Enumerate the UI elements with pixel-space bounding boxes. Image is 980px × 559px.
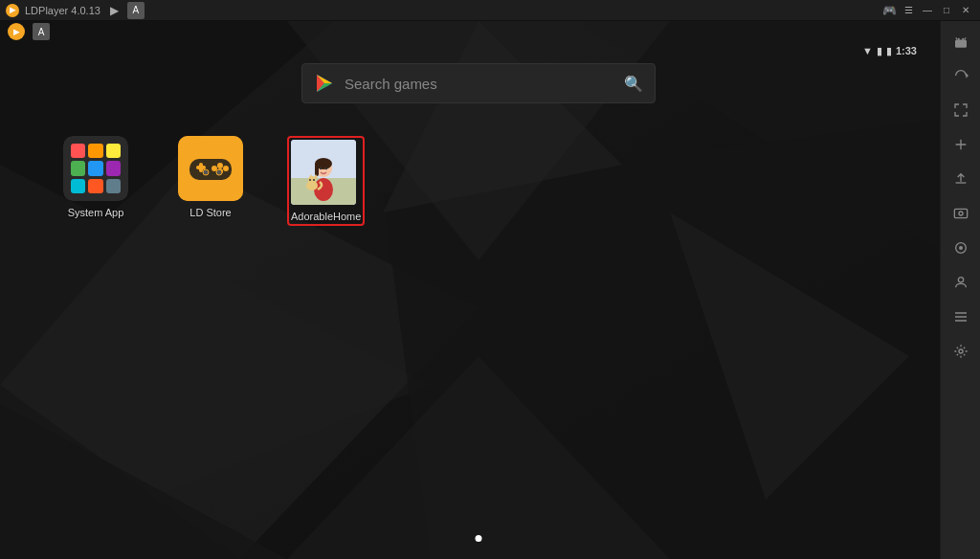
minimize-button[interactable]: — <box>919 2 936 19</box>
svg-point-28 <box>314 178 333 201</box>
titlebar-logo-icon: ▶ <box>6 4 19 17</box>
upload-button[interactable] <box>945 163 977 195</box>
svg-point-47 <box>959 246 963 250</box>
statusbar: ▼ ▮ ▮ 1:33 <box>862 42 917 59</box>
svg-rect-31 <box>315 163 319 176</box>
battery-icon: ▮ <box>886 45 892 57</box>
svg-point-33 <box>325 168 327 169</box>
files-button[interactable] <box>945 301 977 333</box>
svg-rect-44 <box>954 209 967 217</box>
search-container: Search games 🔍 <box>301 63 656 103</box>
page-dot-active <box>476 535 482 542</box>
svg-point-19 <box>217 163 223 168</box>
system-app-label: System App <box>68 207 124 218</box>
wifi-icon: ▼ <box>862 45 873 56</box>
svg-point-24 <box>216 169 222 175</box>
emulator-area: ▶ A ▼ ▮ ▮ 1:33 Search games 🔍 <box>0 21 957 559</box>
android-button[interactable] <box>945 25 977 57</box>
svg-rect-18 <box>199 163 203 172</box>
maximize-button[interactable]: □ <box>938 2 955 19</box>
adorable-home-icon <box>291 140 356 205</box>
ld-a-icon[interactable]: A <box>33 23 50 40</box>
svg-point-32 <box>320 168 322 169</box>
fullscreen-button[interactable] <box>945 94 977 126</box>
titlebar: ▶ LDPlayer 4.0.13 ▶ A 🎮 ☰ — □ ✕ <box>0 0 980 21</box>
right-sidebar <box>940 21 980 559</box>
svg-point-42 <box>962 38 964 40</box>
svg-marker-43 <box>966 73 969 78</box>
ld-store-svg <box>178 136 243 201</box>
svg-point-45 <box>959 212 963 215</box>
system-app-grid-icon <box>63 136 128 201</box>
svg-point-38 <box>309 179 311 181</box>
emulator-topbar: ▶ A <box>0 21 957 42</box>
adorable-home-svg <box>291 140 356 205</box>
svg-point-48 <box>958 278 963 282</box>
rotate-button[interactable] <box>945 59 977 92</box>
page-indicator <box>476 535 482 542</box>
close-button[interactable]: ✕ <box>957 2 974 19</box>
ld-store-label: LD Store <box>189 207 231 218</box>
ld-store-item[interactable]: LD Store <box>172 136 249 218</box>
zoom-button[interactable] <box>945 128 977 161</box>
game-icon[interactable]: 🎮 <box>880 2 898 19</box>
screenshot-button[interactable] <box>945 197 977 230</box>
search-bar[interactable]: Search games 🔍 <box>301 63 656 103</box>
time-display: 1:33 <box>896 45 917 56</box>
titlebar-icons: ▶ A <box>106 2 145 19</box>
svg-point-41 <box>957 38 959 40</box>
svg-point-23 <box>203 169 209 175</box>
svg-point-49 <box>959 349 963 353</box>
svg-point-20 <box>223 166 229 171</box>
titlebar-title: LDPlayer 4.0.13 <box>25 5 100 16</box>
adorable-home-label: AdorableHome <box>291 211 361 222</box>
search-icon[interactable]: 🔍 <box>624 75 643 93</box>
app-grid: System App <box>57 136 365 226</box>
signal-icon: ▮ <box>877 45 882 57</box>
svg-rect-40 <box>955 40 967 48</box>
account-button[interactable] <box>945 266 977 299</box>
a-icon[interactable]: A <box>127 2 145 19</box>
record-button[interactable] <box>945 232 977 264</box>
ld-store-icon <box>178 136 243 201</box>
titlebar-left: ▶ LDPlayer 4.0.13 ▶ A <box>6 2 145 19</box>
settings-button[interactable] <box>945 335 977 368</box>
svg-point-39 <box>313 179 315 181</box>
system-app-item[interactable]: System App <box>57 136 134 218</box>
play-store-icon <box>314 73 335 94</box>
ld-logo-icon: ▶ <box>8 23 25 40</box>
search-input[interactable]: Search games <box>345 76 614 92</box>
titlebar-controls: 🎮 ☰ — □ ✕ <box>880 2 974 19</box>
adorable-home-item[interactable]: AdorableHome <box>287 136 365 226</box>
play-icon[interactable]: ▶ <box>106 2 123 19</box>
system-app-icon <box>63 136 128 201</box>
menu-button[interactable]: ☰ <box>900 2 917 19</box>
